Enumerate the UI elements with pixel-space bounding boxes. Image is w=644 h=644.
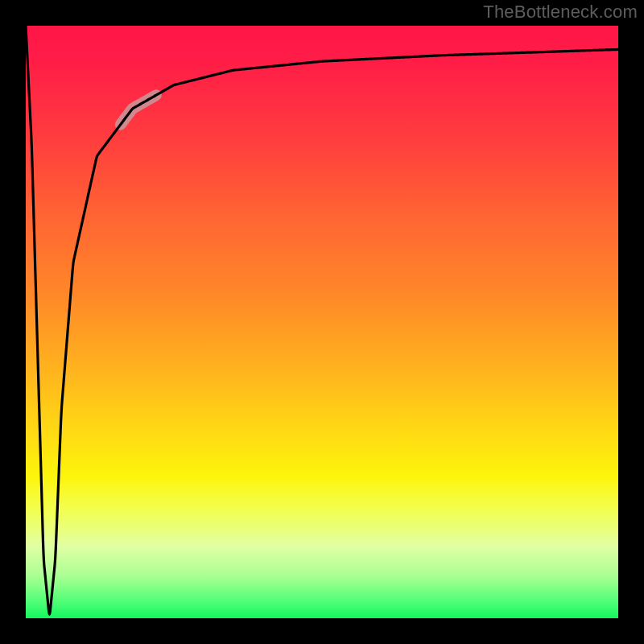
- chart-frame: TheBottleneck.com: [0, 0, 644, 644]
- bottleneck-curve: [26, 26, 618, 614]
- curve-layer: [26, 26, 618, 618]
- plot-area: [26, 26, 618, 618]
- watermark-label: TheBottleneck.com: [483, 2, 638, 23]
